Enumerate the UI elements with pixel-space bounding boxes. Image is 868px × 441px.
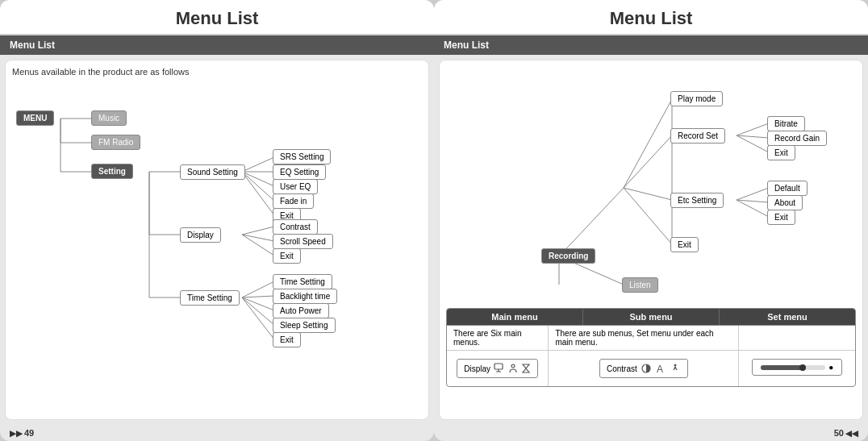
right-page: Menu List Menu List bbox=[434, 0, 868, 441]
record-gain-node: Record Gain bbox=[767, 131, 827, 146]
default-node: Default bbox=[767, 181, 807, 196]
svg-line-24 bbox=[242, 297, 274, 339]
left-section-header: Menu List bbox=[0, 35, 434, 55]
table-body: There are Six main menus. There are sub … bbox=[447, 325, 855, 350]
contrast-label: Contrast bbox=[273, 219, 318, 235]
right-page-num: 50 ◀◀ bbox=[434, 425, 868, 441]
left-page-title: Menu List bbox=[176, 8, 259, 28]
default-label: Default bbox=[767, 181, 807, 196]
music-node: Music bbox=[91, 110, 127, 126]
table-header: Main menu Sub menu Set menu bbox=[447, 309, 855, 325]
bitrate-label: Bitrate bbox=[767, 116, 805, 131]
recording-node: Recording bbox=[541, 248, 595, 264]
svg-line-21 bbox=[242, 296, 274, 297]
slider-icon-container: ● bbox=[745, 354, 849, 381]
display-icon-group: Display bbox=[457, 359, 538, 378]
etc-setting-label: Etc Setting bbox=[670, 193, 724, 208]
record-exit-node: Exit bbox=[767, 145, 795, 160]
setting-node: Setting bbox=[91, 164, 133, 179]
th-main-menu: Main menu bbox=[447, 309, 583, 325]
right-arrow-icon: ◀◀ bbox=[845, 429, 858, 438]
user-eq-node: User EQ bbox=[273, 179, 318, 194]
about-label: About bbox=[767, 195, 803, 210]
slider-control: ● bbox=[752, 359, 842, 376]
recording-label: Recording bbox=[541, 248, 595, 264]
slider-dot bbox=[799, 364, 806, 371]
svg-line-29 bbox=[624, 188, 672, 244]
contrast-node: Contrast bbox=[273, 219, 318, 235]
svg-line-17 bbox=[242, 235, 274, 241]
svg-line-22 bbox=[242, 297, 274, 310]
svg-line-31 bbox=[737, 123, 769, 135]
display-icon-label: Display bbox=[464, 364, 490, 373]
user-eq-label: User EQ bbox=[273, 179, 318, 194]
contrast-icon-group: Contrast A bbox=[599, 359, 688, 378]
svg-point-45 bbox=[511, 364, 515, 368]
svg-line-12 bbox=[242, 172, 274, 186]
play-mode-label: Play mode bbox=[670, 91, 723, 106]
walking-icon bbox=[670, 363, 681, 374]
svg-rect-42 bbox=[495, 364, 503, 369]
svg-line-14 bbox=[242, 172, 274, 215]
menu-label: MENU bbox=[16, 110, 54, 126]
display-icon-svg bbox=[494, 363, 505, 374]
record-exit-label: Exit bbox=[767, 145, 795, 160]
left-page-num: ▶▶ 49 bbox=[0, 425, 434, 441]
left-page-content: Menus available in the product are as fo… bbox=[5, 60, 429, 420]
td-icon2: Contrast A bbox=[549, 351, 739, 386]
svg-line-28 bbox=[624, 188, 672, 200]
intro-text: Menus available in the product are as fo… bbox=[12, 67, 422, 77]
svg-line-39 bbox=[559, 188, 624, 256]
music-label: Music bbox=[91, 110, 127, 126]
fade-in-label: Fade in bbox=[273, 193, 314, 209]
th-set-menu: Set menu bbox=[720, 309, 855, 325]
fm-radio-label: FM Radio bbox=[91, 135, 140, 150]
svg-line-18 bbox=[242, 235, 274, 256]
etc-setting-node: Etc Setting bbox=[670, 193, 724, 208]
svg-text:A: A bbox=[657, 364, 663, 374]
sound-setting-label: Sound Setting bbox=[180, 164, 245, 180]
srs-setting-node: SRS Setting bbox=[273, 149, 331, 164]
contrast-icon-svg bbox=[641, 363, 652, 374]
svg-line-35 bbox=[737, 188, 769, 200]
display-label: Display bbox=[180, 227, 221, 243]
record-gain-label: Record Gain bbox=[767, 131, 827, 146]
main-exit-label: Exit bbox=[670, 237, 699, 252]
td-sub: There are sub menus, Set menu under each… bbox=[549, 326, 739, 350]
record-set-label: Record Set bbox=[670, 128, 725, 144]
auto-power-node: Auto Power bbox=[273, 303, 329, 318]
slider-fill bbox=[761, 365, 803, 370]
bitrate-node: Bitrate bbox=[767, 116, 805, 131]
scroll-speed-node: Scroll Speed bbox=[273, 234, 333, 249]
backlight-node: Backlight time bbox=[273, 289, 337, 304]
svg-line-13 bbox=[242, 172, 274, 201]
td-sub-text: There are sub menus, Set menu under each… bbox=[555, 329, 732, 347]
letter-a-icon: A bbox=[655, 363, 666, 374]
menu-node: MENU bbox=[16, 110, 54, 126]
time-setting-parent-node: Time Setting bbox=[180, 290, 240, 306]
fade-in-node: Fade in bbox=[273, 193, 314, 209]
etc-exit-label: Exit bbox=[767, 210, 795, 225]
left-title-bar: Menu List bbox=[0, 0, 434, 35]
td-icon3: ● bbox=[739, 351, 855, 386]
time-setting-child-label: Time Setting bbox=[273, 274, 332, 289]
td-main-text: There are Six main menus. bbox=[453, 329, 541, 347]
etc-exit-node: Exit bbox=[767, 210, 795, 225]
right-page-content: Play mode Record Set Bitrate Record Gain… bbox=[439, 60, 863, 420]
svg-line-36 bbox=[737, 200, 769, 202]
td-set bbox=[739, 326, 855, 350]
svg-line-16 bbox=[242, 227, 274, 235]
td-icon1: Display bbox=[447, 351, 549, 386]
eq-setting-label: EQ Setting bbox=[273, 164, 326, 180]
record-set-node: Record Set bbox=[670, 128, 725, 144]
time-setting-child-node: Time Setting bbox=[273, 274, 332, 289]
setting-label: Setting bbox=[91, 164, 133, 179]
about-node: About bbox=[767, 195, 803, 210]
fm-radio-node: FM Radio bbox=[91, 135, 140, 150]
sleep-setting-node: Sleep Setting bbox=[273, 318, 336, 333]
srs-setting-label: SRS Setting bbox=[273, 149, 331, 164]
slider-bar bbox=[761, 365, 825, 370]
scroll-speed-label: Scroll Speed bbox=[273, 234, 333, 249]
hourglass-icon bbox=[521, 364, 531, 373]
contrast-icon-box: Contrast A bbox=[555, 354, 732, 383]
